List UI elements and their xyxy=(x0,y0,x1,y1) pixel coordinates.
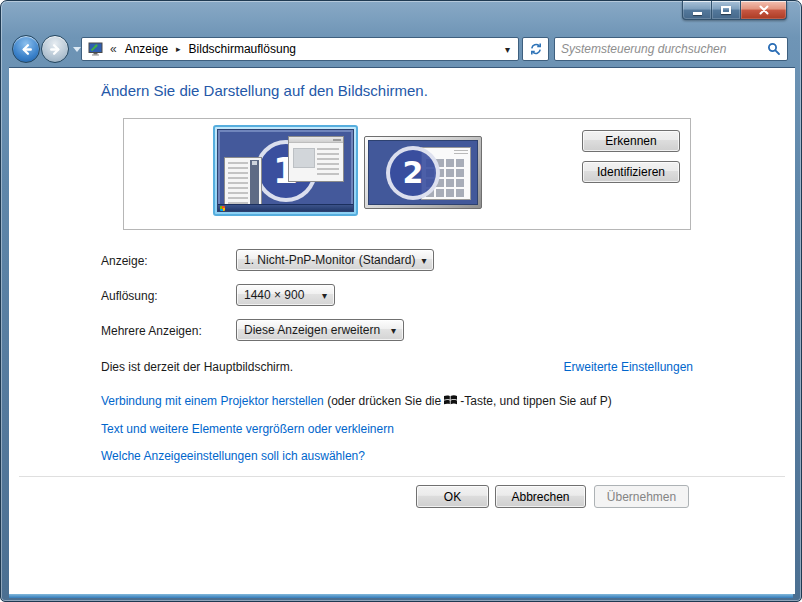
page-title: Ändern Sie die Darstellung auf den Bilds… xyxy=(101,82,428,99)
resolution-select[interactable]: 1440 × 900 ▾ xyxy=(236,284,335,306)
search-input[interactable] xyxy=(561,42,767,56)
back-button[interactable] xyxy=(12,35,40,63)
search-box xyxy=(554,37,788,61)
display-select-value: 1. Nicht-PnP-Monitor (Standard) xyxy=(244,253,415,267)
refresh-icon xyxy=(529,42,543,56)
address-bar[interactable]: « Anzeige ▸ Bildschirmauflösung ▾ xyxy=(81,37,519,61)
window-bildschirmaufloesung: « Anzeige ▸ Bildschirmauflösung ▾ Ändern… xyxy=(0,0,802,602)
apply-button: Übernehmen xyxy=(594,485,689,508)
recent-pages-chevron-icon[interactable] xyxy=(73,47,81,52)
breadcrumb-item-anzeige[interactable]: Anzeige xyxy=(125,42,168,56)
breadcrumb-separator-icon[interactable]: ▸ xyxy=(176,44,181,54)
resolution-select-value: 1440 × 900 xyxy=(244,288,316,302)
maximize-button[interactable] xyxy=(712,1,740,20)
forward-arrow-icon xyxy=(48,42,63,57)
resolution-label: Auflösung: xyxy=(101,289,158,303)
chevron-down-icon: ▾ xyxy=(391,325,396,336)
display-label: Anzeige: xyxy=(101,254,148,268)
ok-button[interactable]: OK xyxy=(416,485,489,508)
display-settings-help-link[interactable]: Welche Anzeigeeinstellungen soll ich aus… xyxy=(101,449,365,463)
monitor-1-screen: 1 xyxy=(217,129,354,212)
windows-start-icon xyxy=(220,206,225,211)
back-arrow-icon xyxy=(19,42,34,57)
minimize-icon xyxy=(693,12,702,15)
content-area: Ändern Sie die Darstellung auf den Bilds… xyxy=(9,67,795,594)
minimize-button[interactable] xyxy=(682,1,712,20)
monitor-1-sidebar-preview xyxy=(224,157,262,211)
monitor-1-taskbar xyxy=(218,204,353,211)
monitor-1[interactable]: 1 xyxy=(213,125,358,216)
multiple-displays-select[interactable]: Diese Anzeigen erweitern ▾ xyxy=(236,319,404,341)
close-button[interactable] xyxy=(740,1,787,20)
multiple-displays-select-value: Diese Anzeigen erweitern xyxy=(244,323,385,337)
display-select[interactable]: 1. Nicht-PnP-Monitor (Standard) ▾ xyxy=(236,249,434,271)
maximize-icon xyxy=(721,6,731,14)
resize-text-link[interactable]: Text und weitere Elemente vergrößern ode… xyxy=(101,422,394,436)
display-icon xyxy=(88,42,104,56)
close-icon xyxy=(759,5,769,15)
search-icon[interactable] xyxy=(767,42,781,56)
button-separator xyxy=(19,476,785,477)
connect-projector-link[interactable]: Verbindung mit einem Projektor herstelle… xyxy=(101,394,324,408)
forward-button[interactable] xyxy=(41,35,69,63)
main-display-status: Dies ist derzeit der Hauptbildschirm. xyxy=(101,360,293,374)
window-bottom-edge xyxy=(9,594,793,598)
address-dropdown-icon[interactable]: ▾ xyxy=(501,44,514,55)
cancel-button[interactable]: Abbrechen xyxy=(495,485,586,508)
monitor-preview-box: 1 2 Erkennen Iden xyxy=(123,118,691,230)
multiple-displays-label: Mehrere Anzeigen: xyxy=(101,324,202,338)
breadcrumb-item-bildschirmaufloesung[interactable]: Bildschirmauflösung xyxy=(189,42,296,56)
identify-button[interactable]: Identifizieren xyxy=(582,161,680,183)
chevron-down-icon: ▾ xyxy=(421,255,426,266)
caption-button-group xyxy=(682,1,787,20)
chevron-down-icon: ▾ xyxy=(322,290,327,301)
refresh-button[interactable] xyxy=(522,37,549,61)
advanced-settings-link[interactable]: Erweiterte Einstellungen xyxy=(564,360,693,374)
monitor-2-number: 2 xyxy=(386,146,440,200)
monitor-1-window-preview xyxy=(288,136,344,182)
detect-button[interactable]: Erkennen xyxy=(582,130,680,152)
monitor-2[interactable]: 2 xyxy=(364,136,482,209)
projector-row: Verbindung mit einem Projektor herstelle… xyxy=(101,394,612,409)
windows-logo-icon xyxy=(444,394,457,409)
monitor-2-screen: 2 xyxy=(368,140,478,205)
breadcrumb-overflow[interactable]: « xyxy=(110,42,117,56)
